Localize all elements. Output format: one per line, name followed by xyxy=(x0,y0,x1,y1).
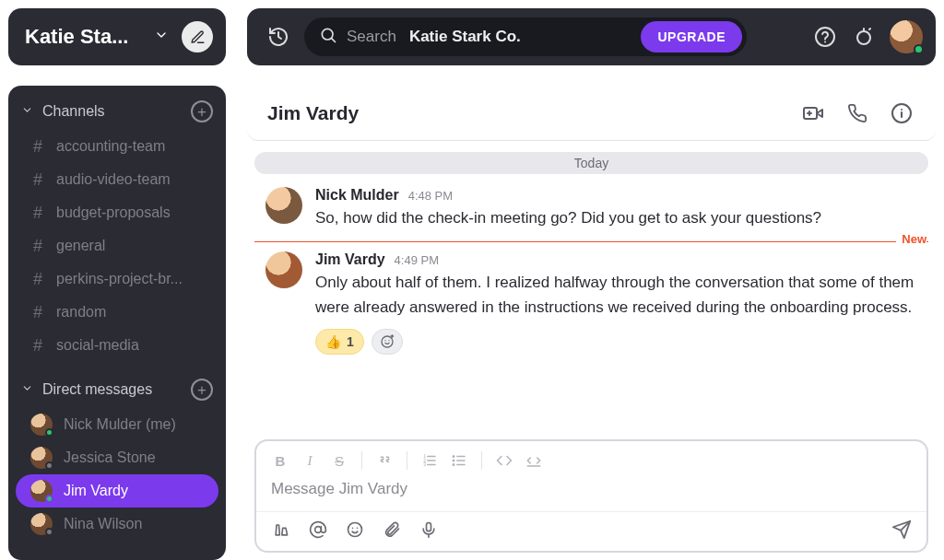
avatar[interactable] xyxy=(266,251,302,288)
edit-workspace-button[interactable] xyxy=(182,21,213,52)
history-button[interactable] xyxy=(266,24,291,50)
presence-indicator xyxy=(45,428,53,437)
svg-point-4 xyxy=(857,31,870,44)
sidebar-dm[interactable]: Jim Vardy xyxy=(16,474,218,508)
sidebar-channel[interactable]: #social-media xyxy=(8,329,226,362)
channel-label: perkins-project-br... xyxy=(56,271,183,287)
reaction-emoji: 👍 xyxy=(325,334,341,349)
svg-point-27 xyxy=(348,523,362,537)
emoji-button[interactable] xyxy=(343,518,367,542)
conversation-info-button[interactable] xyxy=(888,99,915,127)
composer: B I S 123 xyxy=(254,439,928,553)
workspace-name: Katie Sta... xyxy=(25,25,148,49)
message-text: Only about half of them. I realized half… xyxy=(315,271,917,320)
sidebar-channel[interactable]: #budget-proposals xyxy=(8,196,226,229)
sidebar-channel[interactable]: #accounting-team xyxy=(8,130,226,163)
upgrade-button[interactable]: UPGRADE xyxy=(641,21,742,52)
svg-point-10 xyxy=(382,336,393,347)
video-call-button[interactable] xyxy=(799,99,827,127)
chevron-down-icon xyxy=(21,381,33,398)
presence-indicator-online xyxy=(914,44,924,54)
help-button[interactable] xyxy=(812,24,838,50)
toggle-formatting-button[interactable] xyxy=(269,518,293,542)
chat-title: Jim Vardy xyxy=(267,102,783,124)
mention-button[interactable] xyxy=(306,518,330,542)
message-author[interactable]: Nick Mulder xyxy=(315,187,399,204)
channel-label: accounting-team xyxy=(56,138,165,155)
format-toolbar: B I S 123 xyxy=(256,441,926,476)
channels-header[interactable]: Channels + xyxy=(8,93,226,130)
message-list[interactable]: Today Nick Mulder 4:48 PM So, how did th… xyxy=(247,141,936,428)
chat-pane: Jim Vardy Today Nick Mulder 4:48 PM xyxy=(247,86,936,560)
avatar xyxy=(30,480,53,502)
svg-point-23 xyxy=(453,460,454,461)
unordered-list-button[interactable] xyxy=(446,449,472,472)
workspace-switcher[interactable]: Katie Sta... xyxy=(8,8,226,65)
bold-button[interactable]: B xyxy=(267,449,293,472)
add-reaction-button[interactable] xyxy=(372,329,403,355)
quote-button[interactable] xyxy=(372,449,397,472)
whats-new-button[interactable] xyxy=(851,24,877,50)
svg-point-26 xyxy=(315,527,322,533)
svg-text:3: 3 xyxy=(423,461,426,467)
svg-point-0 xyxy=(322,29,333,40)
sidebar-dm[interactable]: Nick Mulder (me) xyxy=(8,408,226,441)
message: Nick Mulder 4:48 PM So, how did the chec… xyxy=(254,181,928,236)
search-context: Katie Stark Co. xyxy=(409,28,521,46)
send-button[interactable] xyxy=(890,518,914,542)
dms-header[interactable]: Direct messages + xyxy=(8,371,226,408)
reaction[interactable]: 👍 1 xyxy=(315,329,364,355)
italic-button[interactable]: I xyxy=(297,449,323,472)
dm-label: Nina Wilson xyxy=(64,516,142,532)
chevron-down-icon xyxy=(154,28,169,46)
message-time: 4:49 PM xyxy=(395,253,439,267)
sidebar-dm[interactable]: Jessica Stone xyxy=(8,441,226,474)
hash-icon: # xyxy=(30,137,45,157)
voice-button[interactable] xyxy=(417,518,441,542)
code-block-button[interactable] xyxy=(521,449,547,472)
svg-line-1 xyxy=(332,39,336,42)
code-button[interactable] xyxy=(491,449,517,472)
new-messages-divider: New xyxy=(254,241,928,242)
avatar xyxy=(30,414,53,436)
avatar xyxy=(30,447,53,469)
hash-icon: # xyxy=(30,204,45,223)
separator xyxy=(407,451,407,470)
ordered-list-button[interactable]: 123 xyxy=(417,449,442,472)
add-channel-button[interactable]: + xyxy=(191,100,213,122)
channel-label: general xyxy=(56,238,105,254)
current-user-avatar[interactable] xyxy=(890,20,923,53)
hash-icon: # xyxy=(30,303,45,322)
strike-button[interactable]: S xyxy=(326,449,352,472)
hash-icon: # xyxy=(30,336,45,356)
svg-point-24 xyxy=(453,464,454,466)
sidebar-dm[interactable]: Nina Wilson xyxy=(8,508,226,541)
audio-call-button[interactable] xyxy=(844,99,871,127)
composer-input[interactable]: Message Jim Vardy xyxy=(256,476,926,511)
message-text: So, how did the check-in meeting go? Did… xyxy=(315,206,917,230)
separator xyxy=(361,451,362,470)
channel-label: audio-video-team xyxy=(56,171,171,188)
new-messages-label: New xyxy=(896,232,926,246)
presence-indicator xyxy=(45,528,53,536)
message-author[interactable]: Jim Vardy xyxy=(315,251,385,268)
chat-header: Jim Vardy xyxy=(247,86,936,141)
sidebar-channel[interactable]: #perkins-project-br... xyxy=(8,262,226,296)
dms-header-label: Direct messages xyxy=(42,381,152,398)
add-dm-button[interactable]: + xyxy=(191,379,213,401)
hash-icon: # xyxy=(30,170,45,190)
sidebar: Channels + #accounting-team#audio-video-… xyxy=(8,86,226,560)
avatar[interactable] xyxy=(266,187,302,224)
hash-icon: # xyxy=(30,270,45,289)
attach-button[interactable] xyxy=(380,518,404,542)
svg-point-22 xyxy=(453,456,454,458)
channel-label: budget-proposals xyxy=(56,204,171,221)
dm-label: Jessica Stone xyxy=(64,449,156,466)
sidebar-channel[interactable]: #random xyxy=(8,296,226,329)
search-bar[interactable]: Search Katie Stark Co. UPGRADE xyxy=(304,18,747,56)
dm-label: Jim Vardy xyxy=(64,483,128,499)
sidebar-channel[interactable]: #general xyxy=(8,229,226,262)
sidebar-channel[interactable]: #audio-video-team xyxy=(8,163,226,196)
svg-point-2 xyxy=(816,28,834,46)
message-time: 4:48 PM xyxy=(408,189,453,203)
